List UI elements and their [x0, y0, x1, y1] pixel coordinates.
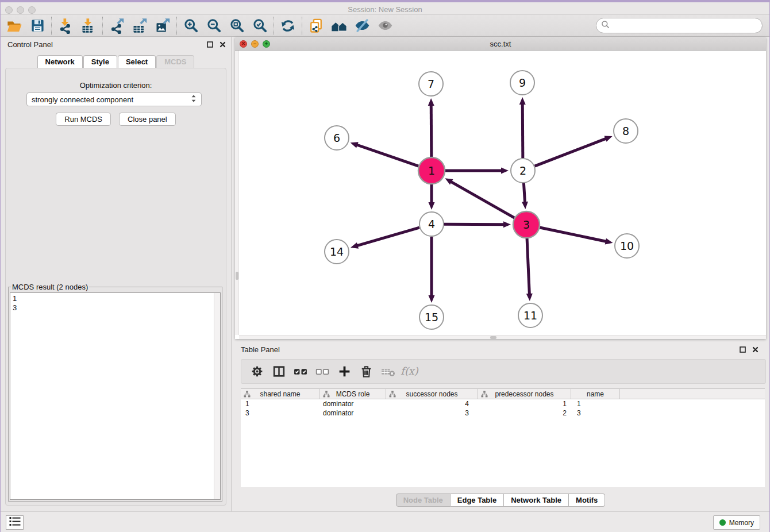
criterion-select[interactable]: strongly connected component: [26, 92, 202, 106]
memory-status-icon: [719, 519, 726, 526]
column-view-icon[interactable]: [268, 361, 290, 382]
arrowhead-1-6: [351, 142, 359, 148]
search-input[interactable]: [612, 21, 762, 30]
tab-motifs[interactable]: Motifs: [569, 494, 605, 507]
import-network-icon[interactable]: [54, 17, 77, 35]
float-panel-icon[interactable]: [206, 40, 214, 48]
deselect-all-icon[interactable]: [311, 361, 333, 382]
task-history-button[interactable]: [6, 515, 24, 530]
cell-successor-nodes[interactable]: 4: [386, 399, 478, 408]
refresh-icon[interactable]: [276, 17, 299, 35]
save-icon[interactable]: [26, 17, 49, 35]
select-all-icon[interactable]: [290, 361, 311, 382]
edge-3-1[interactable]: [451, 182, 514, 218]
arrowhead-1-4: [429, 202, 435, 210]
zoom-selected-icon[interactable]: [248, 17, 271, 35]
arrowhead-1-7: [428, 98, 434, 106]
cell-successor-nodes[interactable]: 3: [386, 408, 478, 418]
edge-3-10[interactable]: [540, 228, 606, 242]
show-preview-icon[interactable]: [374, 17, 396, 35]
toolbar-divider: [102, 17, 103, 35]
control-panel-title: Control Panel: [7, 40, 53, 49]
import-table-icon[interactable]: [77, 17, 100, 35]
node-label-7: 7: [428, 78, 434, 90]
edge-3-11[interactable]: [527, 238, 529, 295]
network-horizontal-scrollbar[interactable]: [239, 335, 766, 339]
table-toolbar: f(x): [241, 359, 766, 384]
zoom-out-icon[interactable]: [202, 17, 225, 35]
hide-preview-icon[interactable]: [351, 17, 374, 35]
column-header-MCDS-role[interactable]: MCDS role: [320, 389, 386, 399]
tab-network[interactable]: Network: [37, 55, 83, 68]
table-row[interactable]: 3dominator323: [241, 408, 765, 418]
clone-network-icon[interactable]: [305, 17, 328, 35]
close-table-panel-icon[interactable]: [751, 345, 759, 353]
cell-MCDS-role[interactable]: dominator: [320, 399, 386, 408]
column-header-name[interactable]: name: [571, 389, 620, 399]
edge-2-3[interactable]: [523, 183, 525, 203]
cell-MCDS-role[interactable]: dominator: [320, 408, 386, 418]
arrowhead-4-3: [503, 221, 511, 228]
node-label-14: 14: [330, 245, 344, 258]
arrowhead-2-3: [522, 202, 528, 209]
arrowhead-4-14: [351, 242, 359, 249]
node-label-8: 8: [622, 125, 629, 137]
result-scrollbar[interactable]: [214, 293, 220, 499]
edge-1-6[interactable]: [356, 145, 418, 166]
cell-name[interactable]: 1: [571, 399, 620, 408]
search-icon: [601, 20, 610, 31]
arrowhead-1-2: [501, 168, 509, 174]
home-icon[interactable]: [328, 17, 351, 35]
tab-network-table[interactable]: Network Table: [504, 494, 569, 507]
cell-shared-name[interactable]: 3: [241, 408, 320, 418]
tab-node-table[interactable]: Node Table: [396, 494, 451, 507]
cell-predecessor-nodes[interactable]: 2: [478, 408, 571, 418]
edge-2-8[interactable]: [535, 138, 607, 166]
delete-row-icon[interactable]: [355, 361, 377, 382]
edge-4-14[interactable]: [357, 228, 419, 246]
tab-select[interactable]: Select: [118, 55, 156, 68]
network-canvas[interactable]: 1234678910111415: [235, 51, 766, 339]
export-table-icon[interactable]: [128, 17, 151, 35]
zoom-fit-icon[interactable]: [225, 17, 248, 35]
column-header-successor-nodes[interactable]: successor nodes: [386, 389, 478, 399]
table-panel: Table Panel f(x) shared nameMCDS rolesuc…: [235, 342, 766, 511]
network-window-title: scc.txt: [235, 40, 766, 48]
toolbar-divider: [176, 17, 177, 35]
table-row[interactable]: 1dominator411: [241, 399, 765, 408]
titlebar: Session: New Session: [1, 0, 769, 15]
control-panel: Control Panel NetworkStyleSelectMCDS Opt…: [1, 37, 232, 511]
toolbar-divider: [274, 17, 274, 35]
export-image-icon[interactable]: [151, 17, 174, 35]
run-mcds-button[interactable]: Run MCDS: [56, 113, 111, 126]
delete-table-icon: [377, 361, 399, 382]
open-icon[interactable]: [3, 17, 26, 35]
network-vertical-scrollbar[interactable]: [235, 51, 239, 335]
zoom-in-icon[interactable]: [179, 17, 202, 35]
tab-style[interactable]: Style: [83, 55, 117, 68]
column-header-predecessor-nodes[interactable]: predecessor nodes: [478, 389, 571, 399]
column-header-shared-name[interactable]: shared name: [241, 389, 320, 399]
arrowhead-2-9: [519, 97, 526, 105]
search-box[interactable]: [596, 18, 763, 33]
settings-icon[interactable]: [246, 361, 268, 382]
mcds-panel: Optimization criterion: strongly connect…: [5, 68, 226, 506]
memory-button[interactable]: Memory: [713, 515, 760, 530]
edge-2-9[interactable]: [522, 103, 523, 158]
add-row-icon[interactable]: [333, 361, 355, 382]
tab-edge-table[interactable]: Edge Table: [451, 494, 504, 507]
cell-predecessor-nodes[interactable]: 1: [478, 399, 571, 408]
mcds-result-textarea[interactable]: 1 3: [10, 292, 221, 500]
network-window-titlebar[interactable]: ✕ − + scc.txt: [235, 37, 766, 51]
close-panel-icon[interactable]: [218, 40, 226, 48]
cell-name[interactable]: 3: [571, 408, 620, 418]
cell-shared-name[interactable]: 1: [241, 399, 320, 408]
tab-mcds[interactable]: MCDS: [156, 55, 194, 68]
float-table-panel-icon[interactable]: [738, 345, 746, 353]
export-network-icon[interactable]: [105, 17, 128, 35]
edge-1-7[interactable]: [431, 105, 432, 157]
toolbar-divider: [51, 17, 52, 35]
mcds-result-values: 1 3: [13, 294, 17, 313]
edge-4-3[interactable]: [444, 224, 505, 225]
close-panel-button[interactable]: Close panel: [119, 113, 176, 126]
